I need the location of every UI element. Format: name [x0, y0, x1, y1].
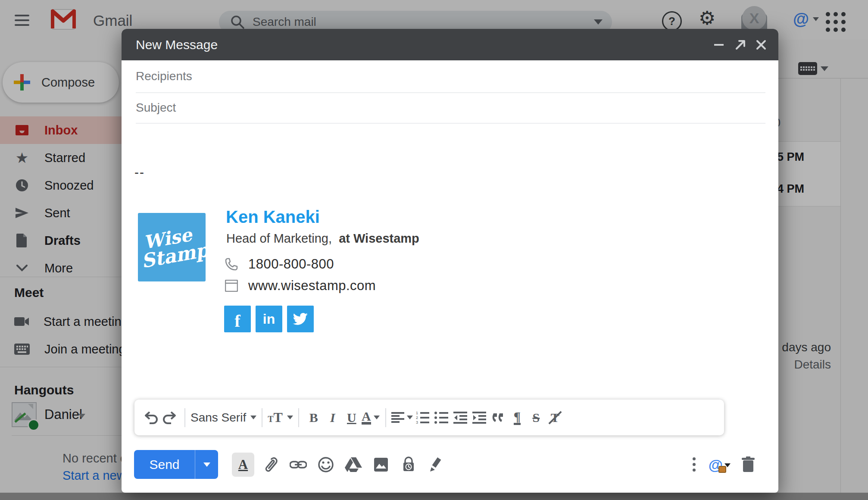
- attach-file-button[interactable]: [259, 453, 282, 477]
- twitter-bird-icon: [293, 312, 308, 325]
- signature-delimiter: --: [134, 165, 145, 180]
- signature-company: at Wisestamp: [339, 231, 419, 245]
- insert-photo-button[interactable]: [370, 453, 392, 477]
- chevron-down-icon: [250, 416, 256, 419]
- font-family-selector[interactable]: Sans Serif: [190, 407, 256, 428]
- recipients-field[interactable]: Recipients: [136, 60, 765, 93]
- popout-button[interactable]: [731, 29, 750, 60]
- chevron-down-icon: [724, 463, 731, 467]
- remove-formatting-button[interactable]: T: [546, 407, 565, 428]
- subject-field[interactable]: Subject: [136, 92, 765, 124]
- google-drive-button[interactable]: [342, 453, 365, 477]
- insert-emoji-button[interactable]: [315, 453, 337, 477]
- text-color-button[interactable]: A: [361, 407, 380, 428]
- minimize-icon: [714, 44, 724, 46]
- send-options-button[interactable]: [195, 450, 218, 479]
- signature-phone-row: 1800-800-800: [225, 256, 334, 272]
- send-button[interactable]: Send: [134, 450, 195, 479]
- insert-link-button[interactable]: [287, 453, 309, 477]
- toolbar-divider: [262, 408, 262, 427]
- indent-decrease-button[interactable]: [451, 407, 470, 428]
- chevron-down-icon: [203, 462, 210, 467]
- close-icon: [756, 40, 766, 50]
- chevron-down-icon: [287, 416, 293, 419]
- trash-icon: [742, 456, 755, 473]
- svg-text:2: 2: [416, 416, 418, 420]
- phone-icon: [225, 258, 238, 271]
- signature-phone: 1800-800-800: [248, 256, 334, 272]
- twitter-icon[interactable]: [287, 306, 314, 332]
- subject-placeholder: Subject: [136, 101, 176, 115]
- chevron-down-icon: [407, 416, 413, 419]
- signature-role: Head of Marketing, at Wisestamp: [226, 231, 419, 246]
- discard-draft-button[interactable]: [742, 456, 755, 473]
- indent-increase-button[interactable]: [470, 407, 489, 428]
- quote-button[interactable]: [489, 407, 508, 428]
- bulleted-list-button[interactable]: [432, 407, 451, 428]
- popout-arrow-icon: [735, 39, 746, 50]
- toolbar-divider: [385, 408, 386, 427]
- wisestamp-signature-icon[interactable]: @: [709, 457, 723, 472]
- wisestamp-logo: Wise Stamp: [138, 213, 206, 281]
- compose-title: New Message: [136, 38, 218, 52]
- minimize-button[interactable]: [709, 29, 728, 60]
- chevron-down-icon: [374, 416, 380, 419]
- redo-icon[interactable]: [160, 407, 179, 428]
- confidential-mode-button[interactable]: [397, 453, 420, 477]
- gmail-app: Gmail Search mail ? ⚙ X @: [0, 0, 868, 500]
- formatting-options-button[interactable]: A: [232, 453, 254, 477]
- facebook-icon[interactable]: f: [224, 306, 251, 332]
- close-button[interactable]: [752, 29, 771, 60]
- font-family-value: Sans Serif: [190, 411, 246, 425]
- formatting-toolbar: Sans Serif T T B I U A: [134, 400, 724, 435]
- linkedin-icon[interactable]: in: [256, 306, 282, 332]
- signature-website-row: www.wisestamp.com: [225, 278, 376, 294]
- signature-name: Ken Kaneki: [226, 207, 320, 227]
- insert-signature-pen-button[interactable]: [425, 453, 447, 477]
- send-toolbar-right: @: [693, 450, 755, 479]
- send-toolbar: Send A: [134, 450, 766, 479]
- font-size-selector[interactable]: T T: [268, 407, 293, 428]
- text-direction-button[interactable]: ¶: [508, 407, 527, 428]
- undo-icon[interactable]: [141, 407, 160, 428]
- toolbar-divider: [184, 408, 185, 427]
- compose-dialog: New Message Recipients Subject -- Wise: [122, 29, 778, 493]
- signature-website[interactable]: www.wisestamp.com: [248, 278, 376, 294]
- website-icon: [225, 280, 238, 292]
- svg-text:1: 1: [416, 411, 418, 415]
- recipients-placeholder: Recipients: [136, 69, 192, 83]
- svg-text:3: 3: [416, 420, 418, 424]
- compose-titlebar[interactable]: New Message: [122, 29, 778, 60]
- align-button[interactable]: [391, 407, 413, 428]
- underline-button[interactable]: U: [342, 407, 361, 428]
- strikethrough-button[interactable]: S: [527, 407, 546, 428]
- bold-button[interactable]: B: [304, 407, 323, 428]
- toolbar-divider: [298, 408, 299, 427]
- italic-button[interactable]: I: [323, 407, 342, 428]
- more-options-icon[interactable]: [693, 455, 696, 474]
- numbered-list-button[interactable]: 1 2 3: [413, 407, 432, 428]
